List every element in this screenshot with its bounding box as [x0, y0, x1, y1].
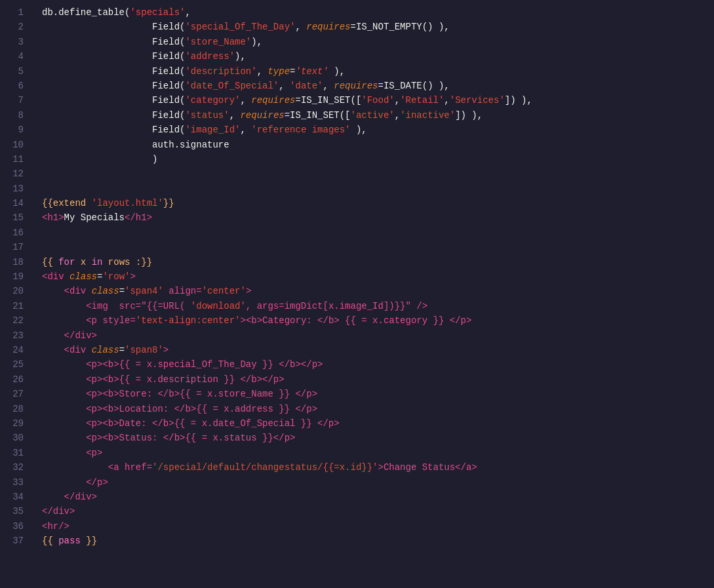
code-token: Field(: [42, 125, 185, 135]
code-line: Field('image_Id', 'reference images' ),: [42, 123, 704, 137]
code-line: ): [42, 152, 704, 167]
code-line: <div class='row'>: [42, 269, 704, 284]
code-token: '/special/default/changestatus/{{=x.id}}…: [152, 462, 378, 473]
code-token: 'row': [102, 271, 130, 282]
code-token: ,: [185, 7, 190, 18]
code-token: Field(: [42, 95, 185, 106]
code-token: >: [130, 271, 135, 282]
code-token: ),: [328, 66, 345, 77]
code-token: <p><b>{{ = x.special_Of_The_Day }} </b><…: [42, 359, 323, 370]
code-line: Field('category', requires=IS_IN_SET(['F…: [42, 93, 704, 108]
code-line: Field('description', type='text' ),: [42, 64, 704, 79]
code-token: class: [69, 271, 97, 282]
code-token: 'image_Id': [185, 125, 240, 135]
line-number: 32: [5, 460, 24, 475]
line-numbers: 1234567891011121314151617181920212223242…: [0, 0, 31, 588]
line-number: 25: [5, 357, 24, 372]
line-number: 4: [5, 49, 24, 64]
code-line: Field('status', requires=IS_IN_SET(['act…: [42, 108, 704, 123]
code-line: <hr/>: [42, 519, 704, 534]
code-token: ),: [235, 51, 246, 62]
code-content: db.define_table('specials', Field('speci…: [31, 0, 714, 588]
code-token: rows :}}: [102, 257, 152, 267]
code-token: {{extend: [42, 198, 92, 208]
line-number: 33: [5, 475, 24, 490]
line-number: 37: [5, 534, 24, 548]
code-token: {{: [42, 536, 58, 546]
code-line: db.define_table('specials',: [42, 5, 704, 20]
line-number: 6: [5, 79, 24, 93]
code-token: 'description': [185, 66, 256, 77]
code-token: ]) ),: [455, 110, 483, 121]
code-token: 'special_Of_The_Day': [185, 22, 295, 32]
code-token: =: [119, 286, 125, 296]
line-number: 22: [5, 313, 24, 328]
code-line: <p style='text-align:center'><b>Category…: [42, 313, 704, 328]
line-number: 27: [5, 387, 24, 401]
code-token: 'span4': [125, 286, 163, 296]
code-token: 'center': [202, 286, 246, 296]
code-line: </p>: [42, 475, 704, 490]
line-number: 14: [5, 196, 24, 210]
code-token: <div: [42, 345, 92, 355]
code-token: Field(: [42, 22, 185, 32]
code-line: <img src="{{=URL( 'download', args=imgDi…: [42, 299, 704, 313]
code-token: ,: [444, 95, 449, 106]
code-editor: 1234567891011121314151617181920212223242…: [0, 0, 714, 588]
code-token: =IS_DATE() ),: [378, 81, 450, 91]
code-token: </div>: [42, 330, 97, 341]
code-token: ]) ),: [505, 95, 532, 106]
code-token: align=: [163, 286, 202, 296]
code-line: <p>: [42, 446, 704, 460]
code-line: <div class='span8'>: [42, 343, 704, 357]
code-line: <p><b>Date: </b>{{ = x.date_Of_Special }…: [42, 416, 704, 431]
line-number: 21: [5, 299, 24, 313]
code-line: <a href='/special/default/changestatus/{…: [42, 460, 704, 475]
code-token: ,: [295, 22, 306, 32]
code-line: [42, 167, 704, 181]
code-token: ,: [257, 66, 268, 77]
line-number: 7: [5, 93, 24, 108]
line-number: 34: [5, 490, 24, 504]
code-line: [42, 240, 704, 254]
code-token: 'Retail': [400, 95, 444, 106]
code-token: >Change Status</a>: [378, 462, 477, 473]
code-token: class: [92, 345, 119, 355]
line-number: 11: [5, 152, 24, 167]
code-line: </div>: [42, 504, 704, 519]
code-line: {{extend 'layout.html'}}: [42, 196, 704, 210]
code-token: requires: [251, 95, 295, 106]
code-token: style=: [102, 315, 135, 326]
code-token: >: [246, 286, 251, 296]
line-number: 24: [5, 343, 24, 357]
code-line: <p><b>{{ = x.description }} </b></p>: [42, 372, 704, 387]
code-token: My Specials: [64, 212, 125, 223]
line-number: 18: [5, 255, 24, 269]
line-number: 35: [5, 504, 24, 519]
line-number: 5: [5, 64, 24, 79]
code-token: Field(: [42, 110, 185, 121]
code-token: </p>: [42, 477, 108, 488]
code-token: <p><b>Status: </b>{{ = x.status }}</p>: [42, 433, 295, 443]
code-token: 'active': [351, 110, 395, 121]
code-line: [42, 225, 704, 240]
code-token: <p><b>Store: </b>{{ = x.store_Name }} </…: [42, 389, 317, 399]
code-token: requires: [334, 81, 378, 91]
code-token: 'store_Name': [185, 37, 251, 47]
code-token: 'category': [185, 95, 240, 106]
code-line: <p><b>Store: </b>{{ = x.store_Name }} </…: [42, 387, 704, 401]
code-token: <div: [42, 271, 69, 282]
code-token: =: [119, 345, 125, 355]
code-token: ,: [395, 95, 400, 106]
code-line: </div>: [42, 328, 704, 343]
code-line: </div>: [42, 490, 704, 504]
code-token: </div>: [42, 506, 75, 517]
line-number: 15: [5, 210, 24, 225]
code-line: [42, 182, 704, 196]
line-number: 28: [5, 402, 24, 416]
code-token: <p><b>Location: </b>{{ = x.address }} </…: [42, 404, 317, 414]
code-token: pass: [58, 536, 81, 546]
line-number: 26: [5, 372, 24, 387]
code-token: 'Services': [450, 95, 505, 106]
code-line: <div class='span4' align='center'>: [42, 284, 704, 298]
